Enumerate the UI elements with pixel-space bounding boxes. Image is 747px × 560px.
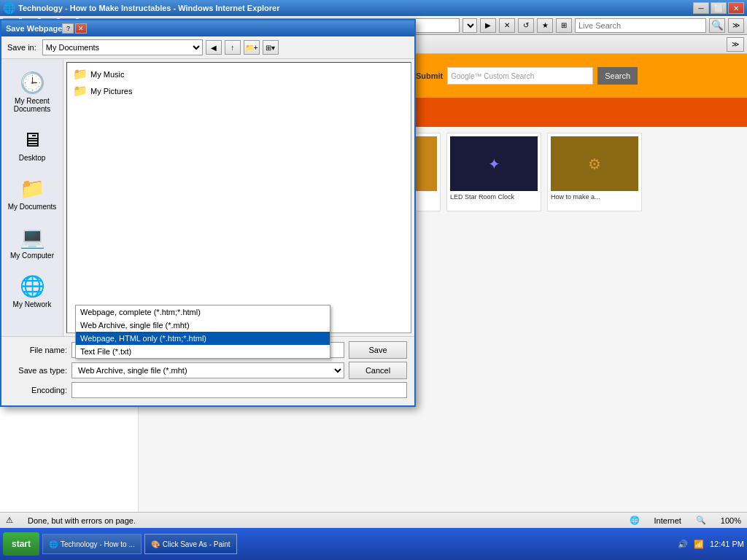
- new-folder-btn[interactable]: 📁+: [244, 40, 260, 55]
- saveas-type-dropdown-list: Webpage, complete (*.htm;*.html) Web Arc…: [75, 305, 330, 359]
- start-button[interactable]: start: [3, 532, 39, 556]
- desktop-label: Desktop: [19, 154, 46, 162]
- search-input[interactable]: [575, 18, 706, 33]
- search-button[interactable]: Search: [597, 67, 638, 85]
- dialog-close-button[interactable]: ✕: [75, 23, 87, 34]
- folder-music-icon: 📁: [73, 67, 88, 81]
- my-docs-label: My Documents: [8, 203, 57, 211]
- minimize-button[interactable]: ─: [693, 2, 709, 14]
- dropdown-item-txt[interactable]: Text File (*.txt): [76, 345, 330, 358]
- taskbar-tray: 🔊 📶 12:41 PM: [678, 540, 744, 549]
- tray-icon-network: 📶: [694, 540, 704, 549]
- paint-taskbar-icon: 🎨: [151, 540, 160, 548]
- stop-nav-button[interactable]: ✕: [499, 18, 515, 33]
- desktop-icon: 🖥: [18, 125, 47, 154]
- ie-taskbar-label: Technology - How to ...: [61, 540, 135, 548]
- encoding-label: Encoding:: [9, 386, 67, 394]
- filename-label: File name:: [9, 346, 67, 354]
- go-button[interactable]: ▶: [480, 18, 496, 33]
- back-nav-btn[interactable]: ◀: [206, 40, 222, 55]
- file-item-pictures[interactable]: 📁 My Pictures: [70, 82, 408, 99]
- my-network-label: My Network: [13, 300, 52, 308]
- zone-text: Internet: [654, 516, 681, 525]
- folder-pictures-icon: 📁: [73, 84, 88, 98]
- dropdown-item-mht[interactable]: Web Archive, single file (*.mht): [76, 319, 330, 332]
- zoom-icon: 🔍: [696, 516, 706, 525]
- encoding-input[interactable]: [71, 382, 407, 398]
- dialog-title: Save Webpage: [6, 24, 62, 33]
- thumb-item-5[interactable]: ⚙ How to make a...: [547, 133, 642, 211]
- sidebar-my-network[interactable]: 🌐 My Network: [5, 268, 60, 311]
- save-button[interactable]: Save: [349, 341, 407, 359]
- dialog-body: 🕒 My Recent Documents 🖥 Desktop 📁 My Doc…: [1, 59, 414, 336]
- recent-docs-icon: 🕒: [18, 68, 47, 97]
- globe-icon: 🌐: [630, 516, 640, 525]
- taskbar: start 🌐 Technology - How to ... 🎨 Click …: [0, 528, 747, 560]
- close-button[interactable]: ✕: [728, 2, 744, 14]
- submit-btn[interactable]: Submit: [416, 71, 443, 80]
- file-area: 📁 My Music 📁 My Pictures: [66, 62, 411, 333]
- save-in-dropdown[interactable]: My Documents: [42, 39, 203, 55]
- dialog-titlebar: Save Webpage ? ✕: [1, 20, 414, 36]
- encoding-row: Encoding:: [9, 382, 407, 398]
- file-item-music-label: My Music: [90, 70, 124, 79]
- up-nav-btn[interactable]: ↑: [225, 40, 241, 55]
- paint-taskbar-label: Click Save As - Paint: [163, 540, 231, 548]
- address-dropdown[interactable]: ▼: [462, 18, 477, 33]
- tray-icon-sound: 🔊: [678, 540, 688, 549]
- search-box: Google™ Custom Search: [447, 67, 593, 85]
- zoom-level: 100%: [721, 516, 741, 525]
- saveas-row: Save as type: Web Archive, single file (…: [9, 362, 407, 379]
- taskbar-item-ie[interactable]: 🌐 Technology - How to ...: [42, 534, 142, 554]
- extra-btn[interactable]: ≫: [728, 18, 744, 33]
- taskbar-item-paint[interactable]: 🎨 Click Save As - Paint: [144, 534, 237, 554]
- fav-button[interactable]: ★: [537, 18, 553, 33]
- search-placeholder: Google™ Custom Search: [451, 72, 534, 80]
- save-in-label: Save in:: [7, 43, 36, 52]
- save-dialog: Save Webpage ? ✕ Save in: My Documents ◀…: [0, 19, 416, 407]
- extra-tools-button[interactable]: ≫: [727, 37, 744, 52]
- ie-window-controls: ─ ⬜ ✕: [693, 2, 744, 14]
- cancel-button[interactable]: Cancel: [349, 362, 407, 379]
- dialog-help-button[interactable]: ?: [62, 23, 74, 34]
- my-network-icon: 🌐: [18, 271, 47, 300]
- statusbar: ⚠ Done, but with errors on page. 🌐 Inter…: [0, 512, 747, 528]
- refresh-nav-button[interactable]: ↺: [518, 18, 534, 33]
- saveas-dropdown[interactable]: Web Archive, single file (*.mht): [71, 362, 344, 378]
- sidebar-my-documents[interactable]: 📁 My Documents: [5, 171, 60, 214]
- status-text: Done, but with errors on page.: [28, 516, 136, 525]
- clock: 12:41 PM: [710, 540, 744, 548]
- saveas-label: Save as type:: [9, 366, 67, 375]
- thumb-item-4[interactable]: ✦ LED Star Room Clock: [446, 133, 541, 211]
- recent-docs-label: My Recent Documents: [8, 97, 57, 113]
- dialog-sidebar: 🕒 My Recent Documents 🖥 Desktop 📁 My Doc…: [1, 59, 63, 336]
- dialog-toolbar: Save in: My Documents ◀ ↑ 📁+ ⊞▾: [1, 36, 414, 59]
- my-docs-icon: 📁: [18, 174, 47, 203]
- sidebar-recent-docs[interactable]: 🕒 My Recent Documents: [5, 65, 60, 116]
- save-dialog-overlay: Save Webpage ? ✕ Save in: My Documents ◀…: [0, 0, 416, 372]
- my-computer-label: My Computer: [10, 252, 54, 260]
- file-item-music[interactable]: 📁 My Music: [70, 66, 408, 82]
- search-go-button[interactable]: 🔍: [709, 18, 725, 33]
- dropdown-item-html-only[interactable]: Webpage, HTML only (*.htm;*.html): [76, 332, 330, 345]
- dialog-controls: ? ✕: [62, 23, 87, 34]
- dropdown-item-complete[interactable]: Webpage, complete (*.htm;*.html): [76, 306, 330, 319]
- sidebar-my-computer[interactable]: 💻 My Computer: [5, 219, 60, 262]
- ie-taskbar-icon: 🌐: [49, 540, 58, 548]
- sidebar-desktop[interactable]: 🖥 Desktop: [5, 122, 60, 165]
- file-item-pictures-label: My Pictures: [90, 87, 132, 96]
- view-btn[interactable]: ⊞▾: [263, 40, 279, 55]
- history-button[interactable]: ⊞: [556, 18, 572, 33]
- restore-button[interactable]: ⬜: [711, 2, 727, 14]
- error-icon: ⚠: [6, 516, 13, 525]
- my-computer-icon: 💻: [18, 222, 47, 252]
